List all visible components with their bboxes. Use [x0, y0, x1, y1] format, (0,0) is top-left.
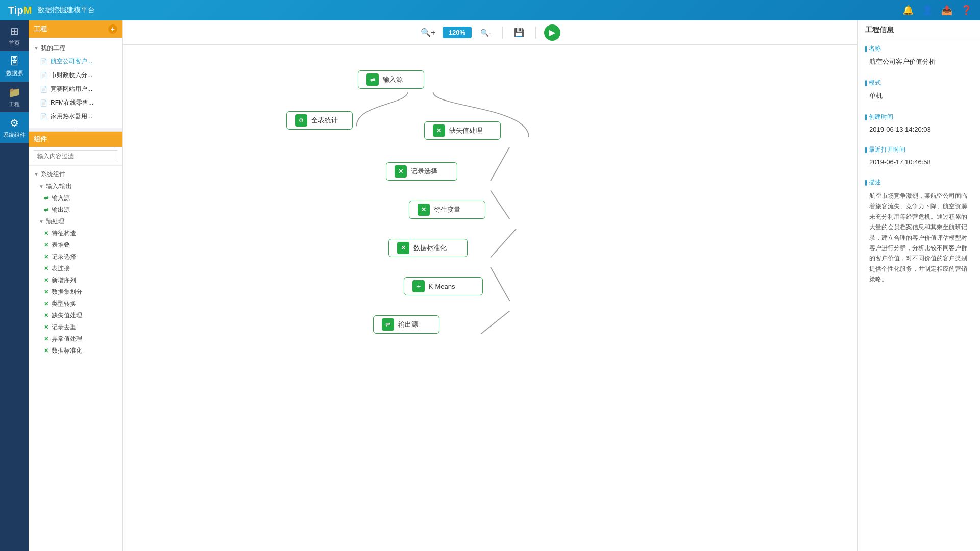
info-value-created: 2019-06-13 14:20:03: [865, 123, 973, 137]
comp-icon: ✕: [44, 277, 48, 284]
node-label-output: 输出源: [398, 320, 418, 329]
main-layout: ⊞ 首页 🗄 数据源 📁 工程 ⚙ 系统组件 工程 + ▼ 我的工程: [0, 20, 980, 551]
project-tree: ▼ 我的工程 📄 航空公司客户... 📄 市财政收入分... 📄 竞赛网站用户.…: [29, 38, 122, 128]
comp-item-missing[interactable]: ✕ 缺失值处理: [29, 310, 122, 321]
canvas-inner: ⇌ 输入源 ⏱ 全表统计 ✕ 缺失值处理 ✕ 记录选择: [235, 55, 746, 438]
run-button[interactable]: ▶: [544, 24, 560, 41]
comp-icon: ✕: [44, 336, 48, 342]
node-all-table-stat[interactable]: ⏱ 全表统计: [286, 111, 353, 130]
nav-item-home[interactable]: ⊞ 首页: [0, 20, 29, 51]
zoom-in-button[interactable]: 🔍+: [420, 24, 436, 41]
doc-icon-2: 📄: [40, 86, 47, 93]
comp-group-system-label[interactable]: ▼ 系统组件: [29, 168, 122, 181]
comp-item-split[interactable]: ✕ 数据集划分: [29, 286, 122, 298]
component-search-input[interactable]: [33, 150, 118, 162]
nav-item-project[interactable]: 📁 工程: [0, 82, 29, 112]
add-project-button[interactable]: +: [108, 24, 117, 34]
canvas-content[interactable]: ⇌ 输入源 ⏱ 全表统计 ✕ 缺失值处理 ✕ 记录选择: [123, 45, 857, 551]
node-icon-normalize: ✕: [397, 242, 409, 254]
comp-item-new-seq[interactable]: ✕ 新增序列: [29, 274, 122, 286]
comp-icon: ✕: [44, 300, 48, 307]
info-section-created: 创建时间 2019-06-13 14:20:03: [858, 109, 980, 141]
project-header-label: 工程: [34, 24, 47, 34]
comp-subgroup-io-label[interactable]: ▼ 输入/输出: [29, 181, 122, 192]
left-nav: ⊞ 首页 🗄 数据源 📁 工程 ⚙ 系统组件: [0, 20, 29, 551]
node-kmeans[interactable]: ＋ K-Means: [404, 277, 483, 295]
comp-icon: ✕: [44, 265, 48, 272]
my-projects-label: ▼ 我的工程: [29, 42, 122, 55]
toolbar-divider-2: [535, 27, 536, 39]
node-label-normalize: 数据标准化: [413, 243, 447, 253]
doc-icon-0: 📄: [40, 58, 47, 65]
second-sidebar: 工程 + ▼ 我的工程 📄 航空公司客户... 📄 市财政收入分... 📄 竞赛…: [29, 20, 123, 551]
nav-item-system[interactable]: ⚙ 系统组件: [0, 112, 29, 143]
export-icon[interactable]: 📤: [941, 5, 952, 16]
comp-item-feature[interactable]: ✕ 特征构造: [29, 228, 122, 239]
node-icon-missing: ✕: [433, 124, 445, 137]
database-icon: 🗄: [9, 56, 19, 67]
node-missing-value[interactable]: ✕ 缺失值处理: [424, 121, 501, 140]
comp-item-join[interactable]: ✕ 表连接: [29, 263, 122, 274]
canvas-toolbar: 🔍+ 120% 🔍- 💾 ▶: [123, 20, 857, 45]
zoom-display: 120%: [443, 27, 472, 38]
comp-item-stack[interactable]: ✕ 表堆叠: [29, 239, 122, 251]
comp-item-outlier[interactable]: ✕ 异常值处理: [29, 333, 122, 345]
info-section-mode: 模式 单机: [858, 74, 980, 109]
comp-icon: ⇌: [44, 195, 48, 202]
node-icon-kmeans: ＋: [412, 280, 425, 292]
node-label-all-table: 全表统计: [311, 116, 338, 125]
sidebar-divider: ⋯: [29, 128, 122, 132]
comp-icon: ✕: [44, 324, 48, 331]
comp-item-record-select[interactable]: ✕ 记录选择: [29, 251, 122, 263]
help-icon[interactable]: ❓: [961, 5, 972, 16]
node-label-record: 记录选择: [411, 167, 437, 176]
save-button[interactable]: 💾: [511, 24, 527, 41]
comp-icon: ✕: [44, 254, 48, 260]
home-icon: ⊞: [10, 25, 19, 37]
project-item-1[interactable]: 📄 市财政收入分...: [29, 68, 122, 82]
component-tree: ▼ 系统组件 ▼ 输入/输出 ⇌ 输入源 ⇌ 输出源: [29, 166, 122, 551]
info-label-last-open: 最近打开时间: [865, 145, 973, 154]
zoom-out-button[interactable]: 🔍-: [478, 24, 494, 41]
info-label-desc: 描述: [865, 178, 973, 187]
info-value-desc: 航空市场竞争激烈，某航空公司面临着旅客流失、竞争力下降、航空资源未充分利用等经营…: [865, 189, 973, 289]
node-icon-all-table: ⏱: [295, 114, 307, 127]
comp-icon: ✕: [44, 230, 48, 237]
logo: TipM: [8, 5, 32, 16]
info-value-name: 航空公司客户价值分析: [865, 55, 973, 70]
right-panel-header: 工程信息: [858, 20, 980, 40]
project-item-0[interactable]: 📄 航空公司客户...: [29, 55, 122, 68]
comp-icon: ✕: [44, 289, 48, 295]
notification-icon[interactable]: 🔔: [902, 5, 914, 16]
comp-subgroup-io: ▼ 输入/输出 ⇌ 输入源 ⇌ 输出源: [29, 181, 122, 216]
node-input-source[interactable]: ⇌ 输入源: [358, 70, 424, 89]
comp-item-input[interactable]: ⇌ 输入源: [29, 192, 122, 204]
node-output-source[interactable]: ⇌ 输出源: [373, 315, 439, 334]
comp-item-output[interactable]: ⇌ 输出源: [29, 204, 122, 216]
nav-item-data[interactable]: 🗄 数据源: [0, 51, 29, 82]
comp-subgroup-preprocess-label[interactable]: ▼ 预处理: [29, 216, 122, 228]
comp-item-type-conv[interactable]: ✕ 类型转换: [29, 298, 122, 310]
node-icon-output: ⇌: [382, 318, 394, 331]
component-header: 组件: [29, 132, 122, 147]
nav-label-system: 系统组件: [3, 131, 26, 139]
comp-icon: ✕: [44, 312, 48, 319]
platform-title: 数据挖掘建模平台: [38, 6, 95, 15]
node-record-select[interactable]: ✕ 记录选择: [386, 162, 457, 181]
node-normalize[interactable]: ✕ 数据标准化: [388, 239, 468, 257]
doc-icon-3: 📄: [40, 99, 47, 107]
project-item-2[interactable]: 📄 竞赛网站用户...: [29, 82, 122, 96]
canvas-area: 🔍+ 120% 🔍- 💾 ▶: [123, 20, 857, 551]
info-label-name: 名称: [865, 44, 973, 53]
project-item-4[interactable]: 📄 家用热水器用...: [29, 110, 122, 123]
node-icon-derived: ✕: [418, 204, 430, 216]
info-section-desc: 描述 航空市场竞争激烈，某航空公司面临着旅客流失、竞争力下降、航空资源未充分利用…: [858, 174, 980, 293]
comp-item-dedup[interactable]: ✕ 记录去重: [29, 321, 122, 333]
comp-item-normalize[interactable]: ✕ 数据标准化: [29, 345, 122, 357]
node-derived-var[interactable]: ✕ 衍生变量: [409, 201, 485, 219]
nav-label-home: 首页: [9, 39, 20, 47]
node-label-input-source: 输入源: [383, 75, 403, 84]
doc-icon-4: 📄: [40, 113, 47, 120]
project-item-3[interactable]: 📄 RFM在线零售...: [29, 96, 122, 110]
user-icon[interactable]: 👤: [922, 5, 933, 16]
